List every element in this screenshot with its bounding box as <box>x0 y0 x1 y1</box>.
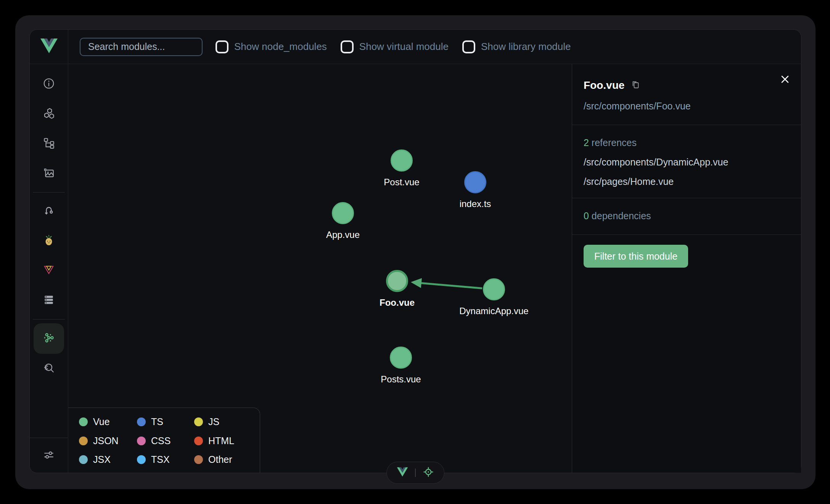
sidebar-item-assets[interactable] <box>34 159 64 188</box>
list-rows-icon <box>43 294 55 307</box>
references-count: 2 <box>584 137 589 148</box>
vue-logo-icon <box>40 38 58 55</box>
checkbox-box[interactable] <box>216 40 228 53</box>
main-area: Post.vueindex.tsApp.vueFoo.vueDynamicApp… <box>68 64 801 473</box>
graph-node-index-ts[interactable] <box>464 171 486 193</box>
legend-item-tsx: TSX <box>137 454 194 465</box>
sidebar-item-pages[interactable] <box>34 129 64 159</box>
checkbox-label: Show virtual module <box>359 41 449 53</box>
sidebar-item-router[interactable] <box>34 196 64 226</box>
module-path: /src/components/Foo.vue <box>584 101 790 112</box>
graph-node-label: App.vue <box>326 230 360 240</box>
vue-toggle-icon[interactable] <box>397 467 408 478</box>
graph-node-label: Posts.vue <box>381 374 421 385</box>
info-icon <box>43 77 55 91</box>
pill-divider <box>415 469 416 477</box>
checkbox-box[interactable] <box>462 40 475 53</box>
legend-label: Other <box>208 454 232 465</box>
sidebar-item-list[interactable] <box>34 286 64 315</box>
checkbox-label: Show library module <box>481 41 571 53</box>
actions-section: Filter to this module <box>572 235 801 278</box>
module-graph-icon <box>43 332 55 345</box>
graph-node-posts-vue[interactable] <box>390 347 412 369</box>
graph-node-dynamicapp-vue[interactable] <box>483 278 505 300</box>
inspector-crosshair-icon[interactable] <box>423 466 434 479</box>
legend-label: CSS <box>151 435 171 446</box>
js-color-dot <box>194 417 203 426</box>
vue-plugin-icon <box>43 264 55 278</box>
vue-color-dot <box>79 417 88 426</box>
filter-to-module-button[interactable]: Filter to this module <box>584 245 688 268</box>
reference-path[interactable]: /src/pages/Home.vue <box>584 176 790 187</box>
checkbox-show-virtual-module[interactable]: Show virtual module <box>341 40 449 53</box>
dependencies-section: 0 dependencies <box>572 198 801 235</box>
legend-label: TSX <box>151 454 170 465</box>
other-color-dot <box>194 455 203 464</box>
settings-sliders-icon <box>43 449 55 462</box>
legend-item-other: Other <box>194 454 256 465</box>
legend-item-css: CSS <box>137 435 194 446</box>
graph-node-label: DynamicApp.vue <box>459 306 528 316</box>
graph-node-foo-vue[interactable] <box>386 270 408 292</box>
toolbar: Show node_modulesShow virtual moduleShow… <box>68 30 801 64</box>
dependencies-count: 0 <box>584 210 589 221</box>
references-count-line: 2 references <box>584 137 790 148</box>
copy-icon[interactable] <box>631 80 640 91</box>
module-title: Foo.vue <box>584 79 624 91</box>
json-color-dot <box>79 437 88 445</box>
sidebar-item-settings[interactable] <box>30 438 68 473</box>
legend-label: JS <box>208 416 219 427</box>
module-graph-canvas[interactable]: Post.vueindex.tsApp.vueFoo.vueDynamicApp… <box>68 64 572 473</box>
pinia-icon <box>43 234 55 248</box>
graph-edge-arrowhead <box>411 278 422 288</box>
ts-color-dot <box>137 417 146 426</box>
graph-node-label: Foo.vue <box>380 297 415 308</box>
checkbox-box[interactable] <box>341 40 354 53</box>
devtools-window: Show node_modulesShow virtual moduleShow… <box>15 15 816 489</box>
references-section: 2 references /src/components/DynamicApp.… <box>572 125 801 198</box>
legend-label: JSX <box>93 454 111 465</box>
checkbox-show-library-module[interactable]: Show library module <box>462 40 571 53</box>
sidebar <box>30 64 68 473</box>
html-color-dot <box>194 437 203 445</box>
screenshot-stage: Show node_modulesShow virtual moduleShow… <box>0 0 830 504</box>
assets-image-icon <box>43 167 55 180</box>
legend-label: Vue <box>93 416 110 427</box>
sidebar-divider <box>33 319 65 319</box>
sidebar-item-components[interactable] <box>34 99 64 129</box>
graph-node-post-vue[interactable] <box>391 149 413 172</box>
graph-node-label: Post.vue <box>384 177 419 188</box>
search-input[interactable] <box>80 38 203 56</box>
reference-path[interactable]: /src/components/DynamicApp.vue <box>584 157 790 168</box>
floating-toolbar-pill <box>386 462 444 484</box>
module-details-panel: Foo.vue /src/components/Foo.vue <box>572 64 801 473</box>
sidebar-item-inspect[interactable] <box>34 354 64 384</box>
legend-label: TS <box>151 416 163 427</box>
sidebar-item-vue-plugin[interactable] <box>34 256 64 286</box>
tsx-color-dot <box>137 455 146 464</box>
sidebar-item-module-graph[interactable] <box>34 323 64 354</box>
sidebar-item-pinia[interactable] <box>34 226 64 256</box>
components-icon <box>43 107 55 121</box>
router-icon <box>43 204 55 218</box>
legend-item-js: JS <box>194 416 256 427</box>
close-icon[interactable] <box>780 74 790 86</box>
legend-label: JSON <box>93 435 119 446</box>
legend-panel: VueTSJSJSONCSSHTMLJSXTSXOther <box>68 408 260 473</box>
graph-node-app-vue[interactable] <box>332 202 354 224</box>
details-header: Foo.vue /src/components/Foo.vue <box>572 64 801 125</box>
legend-item-html: HTML <box>194 435 256 446</box>
dependencies-label: dependencies <box>592 210 651 221</box>
devtools-app: Show node_modulesShow virtual moduleShow… <box>29 29 801 473</box>
legend-item-ts: TS <box>137 416 194 427</box>
toolbar-checkboxes: Show node_modulesShow virtual moduleShow… <box>216 40 571 53</box>
legend-item-jsx: JSX <box>79 454 137 465</box>
sidebar-item-info[interactable] <box>34 69 64 99</box>
jsx-color-dot <box>79 455 88 464</box>
legend-item-json: JSON <box>79 435 137 446</box>
references-label: references <box>592 137 637 148</box>
checkbox-show-node-modules[interactable]: Show node_modules <box>216 40 327 53</box>
graph-edge <box>420 283 482 288</box>
dependencies-count-line: 0 dependencies <box>584 210 790 222</box>
app-logo-cell <box>30 30 68 64</box>
